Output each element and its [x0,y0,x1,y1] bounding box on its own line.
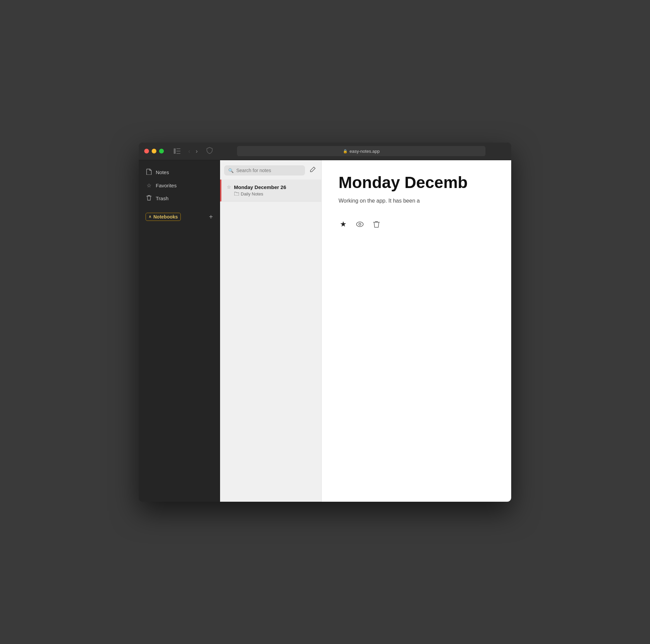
close-button[interactable] [144,149,149,153]
notebooks-header: ∧ Notebooks + [139,211,220,223]
sidebar-notes-label: Notes [156,169,169,175]
back-arrow[interactable]: ‹ [186,147,192,155]
titlebar: ‹ › 🔒 easy-notes.app [139,143,511,160]
notes-icon [146,169,152,176]
note-item[interactable]: ☆ Monday December 26 Daily Notes [220,180,321,202]
svg-rect-0 [174,148,176,154]
sidebar-item-favorites[interactable]: ☆ Favorites [139,179,220,192]
search-input[interactable] [236,168,301,173]
add-notebook-button[interactable]: + [208,213,214,221]
compose-button[interactable] [308,165,317,176]
svg-point-5 [359,223,361,225]
editor-actions: ★ [339,219,494,230]
svg-rect-1 [176,148,180,149]
preview-action-button[interactable] [355,220,365,228]
sidebar-item-trash[interactable]: Trash [139,192,220,205]
folder-icon [234,191,239,196]
nav-arrows: ‹ › [186,147,200,155]
url-bar[interactable]: 🔒 easy-notes.app [237,146,485,156]
search-icon: 🔍 [228,168,234,173]
note-title: Monday December 26 [234,184,286,190]
favorites-icon: ☆ [146,182,152,189]
delete-action-button[interactable] [372,219,381,229]
search-input-container[interactable]: 🔍 [224,165,305,175]
chevron-up-icon: ∧ [149,214,151,219]
sidebar-item-notes[interactable]: Notes [139,166,220,179]
note-notebook: Daily Notes [234,191,316,196]
notebooks-label: Notebooks [153,214,178,220]
sidebar-trash-label: Trash [156,195,169,201]
sidebar-favorites-label: Favorites [156,183,177,188]
note-star-icon[interactable]: ☆ [227,184,231,190]
main-layout: Notes ☆ Favorites Trash ∧ [139,160,511,502]
svg-rect-3 [176,153,180,154]
minimize-button[interactable] [152,149,156,153]
svg-rect-2 [176,151,180,151]
trash-icon [146,195,152,202]
note-item-header: ☆ Monday December 26 [227,184,316,190]
forward-arrow[interactable]: › [194,147,200,155]
editor-preview-text: Working on the app. It has been a [339,197,494,205]
editor-title: Monday Decemb [339,174,494,192]
sidebar-toggle-button[interactable] [172,147,182,155]
app-window: ‹ › 🔒 easy-notes.app Notes [139,143,511,502]
shield-icon [207,147,213,155]
notes-list-panel: 🔍 ☆ Monday December 26 [220,160,322,502]
star-action-button[interactable]: ★ [339,219,348,230]
notebooks-toggle-button[interactable]: ∧ Notebooks [146,213,181,221]
note-notebook-name: Daily Notes [241,191,263,196]
url-text: easy-notes.app [350,149,380,154]
svg-point-4 [356,222,363,227]
lock-icon: 🔒 [343,149,348,153]
editor-panel: Monday Decemb Working on the app. It has… [322,160,511,502]
search-bar-wrap: 🔍 [220,160,321,180]
traffic-lights [144,149,164,153]
sidebar: Notes ☆ Favorites Trash ∧ [139,160,220,502]
notebooks-left: ∧ Notebooks [146,213,181,221]
maximize-button[interactable] [159,149,164,153]
